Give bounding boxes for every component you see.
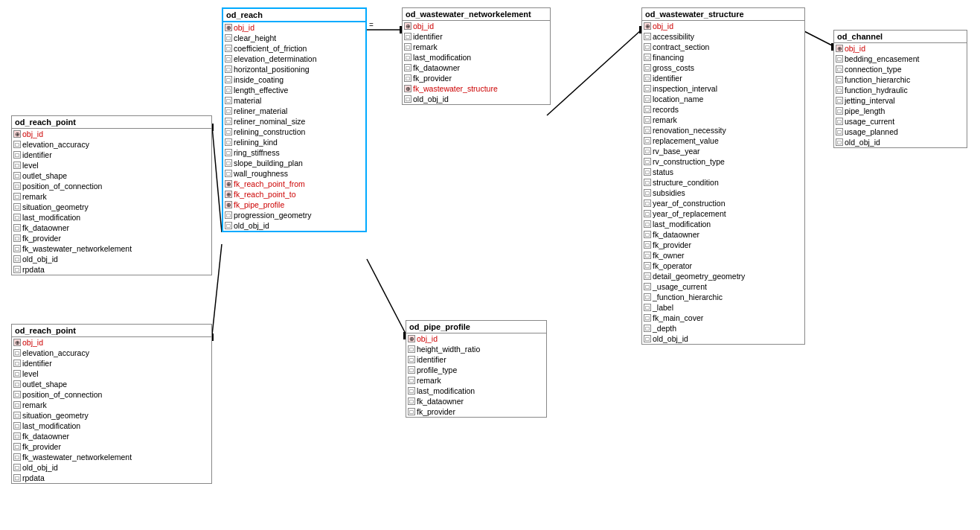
key-icon: ⊕: [404, 85, 411, 92]
table-header-od-reach-point-top: od_reach_point: [12, 116, 211, 129]
field-icon: □: [644, 106, 651, 113]
field-last-modification: □last_modification: [12, 421, 211, 431]
field-icon: □: [404, 74, 411, 82]
field-icon: □: [13, 360, 21, 367]
field-reliner-nominal-size: □reliner_nominal_size: [223, 116, 365, 127]
field-icon: □: [225, 138, 232, 146]
field-icon: □: [644, 147, 651, 155]
key-icon: ⊕: [225, 180, 232, 188]
field-horizontal-positioning: □horizontal_positioning: [223, 64, 365, 74]
field-fk-wastewater-networkelement: □fk_wastewater_networkelement: [12, 243, 211, 254]
field-outlet-shape: □outlet_shape: [12, 170, 211, 181]
field-icon: □: [836, 55, 843, 63]
field-icon: □: [13, 141, 21, 148]
field-detail-geometry: □detail_geometry_geometry: [642, 271, 804, 281]
field-icon: □: [644, 74, 651, 82]
field-remark: □remark: [642, 115, 804, 125]
field-fk-owner: □fk_owner: [642, 250, 804, 261]
field-old-obj-id: □old_obj_id: [403, 94, 550, 104]
field-icon: □: [644, 158, 651, 165]
field-fk-dataowner: □fk_dataowner: [12, 431, 211, 441]
field-icon: □: [408, 387, 415, 395]
table-header-od-reach-point-bottom: od_reach_point: [12, 325, 211, 337]
field-icon: □: [408, 408, 415, 415]
field-height-width-ratio: □height_width_ratio: [406, 344, 546, 354]
field-icon: □: [13, 245, 21, 252]
field-icon: □: [408, 356, 415, 363]
field-fk-wastewater-structure: ⊕fk_wastewater_structure: [403, 83, 550, 94]
field-icon: □: [13, 474, 21, 482]
field-function-hydraulic: □function_hydraulic: [834, 85, 967, 95]
field-icon: □: [13, 453, 21, 461]
field-position-of-connection: □position_of_connection: [12, 181, 211, 191]
field-relining-kind: □relining_kind: [223, 137, 365, 147]
field-rpdata: □rpdata: [12, 473, 211, 483]
field-usage-current: □usage_current: [834, 116, 967, 127]
field-icon: □: [644, 168, 651, 176]
field-icon: □: [13, 349, 21, 357]
field-identifier: □identifier: [12, 358, 211, 368]
diagram-canvas: = od_reach_point ⊕obj_id □elevation_accu…: [0, 0, 980, 530]
field-icon: □: [225, 170, 232, 177]
field-icon: □: [836, 97, 843, 104]
field-icon: □: [644, 85, 651, 92]
table-header-od-wastewater-structure: od_wastewater_structure: [642, 8, 804, 21]
field-level: □level: [12, 368, 211, 379]
field-icon: □: [644, 127, 651, 134]
field-material: □material: [223, 95, 365, 106]
field-icon: □: [13, 193, 21, 200]
field-clear-height: □clear_height: [223, 33, 365, 43]
svg-line-11: [801, 30, 833, 46]
field-elevation-accuracy: □elevation_accuracy: [12, 348, 211, 358]
field-icon: □: [225, 222, 232, 229]
field-elevation-accuracy: □elevation_accuracy: [12, 139, 211, 150]
field-accessibility: □accessibility: [642, 31, 804, 42]
field-label: □_label: [642, 302, 804, 313]
svg-line-3: [547, 30, 641, 115]
table-od-reach-point-top: od_reach_point ⊕obj_id □elevation_accura…: [11, 115, 212, 275]
field-rv-construction-type: □rv_construction_type: [642, 156, 804, 167]
field-year-of-construction: □year_of_construction: [642, 198, 804, 208]
field-obj-id: ⊕obj_id: [642, 21, 804, 31]
table-od-reach-point-bottom: od_reach_point ⊕obj_id □elevation_accura…: [11, 324, 212, 484]
field-icon: □: [644, 189, 651, 197]
field-function-hierarchic: □function_hierarchic: [834, 74, 967, 85]
field-last-modification: □last_modification: [642, 219, 804, 229]
field-last-modification: □last_modification: [403, 52, 550, 63]
field-contract-section: □contract_section: [642, 42, 804, 52]
field-icon: □: [225, 118, 232, 125]
field-icon: □: [408, 377, 415, 384]
field-icon: □: [644, 95, 651, 103]
field-icon: □: [644, 304, 651, 311]
field-records: □records: [642, 104, 804, 115]
field-year-of-replacement: □year_of_replacement: [642, 208, 804, 219]
field-bedding-encasement: □bedding_encasement: [834, 54, 967, 64]
field-icon: □: [225, 66, 232, 73]
field-icon: □: [225, 76, 232, 83]
field-rpdata: □rpdata: [12, 264, 211, 275]
field-icon: □: [13, 432, 21, 440]
field-icon: □: [644, 116, 651, 124]
field-icon: □: [225, 159, 232, 167]
field-icon: □: [13, 391, 21, 398]
field-function-hierarchic: □_function_hierarchic: [642, 292, 804, 302]
field-jetting-interval: □jetting_interval: [834, 95, 967, 106]
field-icon: □: [836, 107, 843, 115]
field-fk-provider: □fk_provider: [12, 233, 211, 243]
field-identifier: □identifier: [12, 150, 211, 160]
field-icon: □: [13, 422, 21, 430]
field-profile-type: □profile_type: [406, 365, 546, 375]
field-slope-building-plan: □slope_building_plan: [223, 158, 365, 168]
field-icon: □: [225, 45, 232, 52]
field-fk-main-cover: □fk_main_cover: [642, 313, 804, 323]
field-remark: □remark: [12, 400, 211, 410]
key-icon: ⊕: [225, 201, 232, 208]
table-header-od-channel: od_channel: [834, 31, 967, 43]
field-fk-provider: □fk_provider: [642, 240, 804, 250]
field-reliner-material: □reliner_material: [223, 106, 365, 116]
field-wall-roughness: □wall_roughness: [223, 168, 365, 179]
field-icon: □: [13, 401, 21, 409]
field-obj-id: ⊕obj_id: [834, 43, 967, 54]
field-icon: □: [408, 398, 415, 405]
field-fk-provider: □fk_provider: [12, 441, 211, 452]
